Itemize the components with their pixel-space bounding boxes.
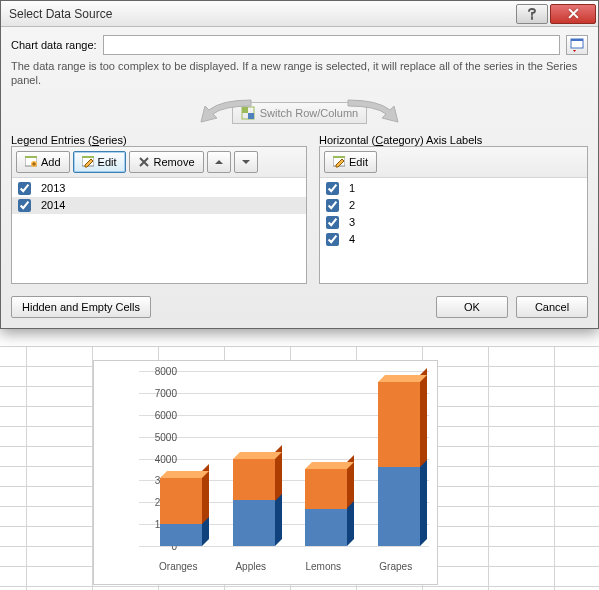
close-button[interactable] <box>550 4 596 24</box>
svg-rect-1 <box>571 39 583 41</box>
y-tick-label: 6000 <box>137 409 177 420</box>
select-data-source-dialog: Select Data Source Chart data range: The… <box>0 0 599 329</box>
category-checkbox[interactable] <box>326 199 339 212</box>
hidden-empty-cells-button[interactable]: Hidden and Empty Cells <box>11 296 151 318</box>
series-item-label: 2014 <box>41 199 65 211</box>
y-tick-label: 4000 <box>137 453 177 464</box>
svg-rect-9 <box>82 156 94 158</box>
svg-rect-11 <box>333 156 345 158</box>
edit-icon <box>333 156 345 168</box>
bar <box>378 382 420 546</box>
category-item[interactable]: 3 <box>320 214 587 231</box>
x-tick-label: Oranges <box>148 561 208 572</box>
dialog-title: Select Data Source <box>9 7 514 21</box>
category-checkbox[interactable] <box>326 182 339 195</box>
category-item[interactable]: 4 <box>320 231 587 248</box>
x-tick-label: Apples <box>221 561 281 572</box>
edit-categories-button[interactable]: Edit <box>324 151 377 173</box>
chart-data-range-label: Chart data range: <box>11 39 97 51</box>
titlebar: Select Data Source <box>1 1 598 27</box>
series-toolbar: Add Edit Remove <box>12 147 306 178</box>
categories-toolbar: Edit <box>320 147 587 178</box>
add-series-icon <box>25 156 37 168</box>
categories-panel: Edit 1234 <box>319 146 588 284</box>
series-checkbox[interactable] <box>18 199 31 212</box>
category-item-label: 3 <box>349 216 355 228</box>
cancel-button[interactable]: Cancel <box>516 296 588 318</box>
svg-rect-6 <box>25 156 37 158</box>
range-picker-button[interactable] <box>566 35 588 55</box>
series-panel: Add Edit Remove <box>11 146 307 284</box>
category-item-label: 1 <box>349 182 355 194</box>
range-hint-text: The data range is too complex to be disp… <box>11 59 588 88</box>
bar <box>305 469 347 546</box>
category-checkbox[interactable] <box>326 233 339 246</box>
chevron-up-icon <box>215 158 223 166</box>
plot-area: 010002000300040005000600070008000Oranges… <box>139 371 429 546</box>
arrow-left-icon <box>191 98 271 128</box>
bar <box>233 459 275 547</box>
series-list[interactable]: 20132014 <box>12 178 306 283</box>
x-tick-label: Grapes <box>366 561 426 572</box>
move-up-button[interactable] <box>207 151 231 173</box>
category-checkbox[interactable] <box>326 216 339 229</box>
chart[interactable]: 010002000300040005000600070008000Oranges… <box>93 360 438 585</box>
edit-icon <box>82 156 94 168</box>
category-item-label: 2 <box>349 199 355 211</box>
category-item-label: 4 <box>349 233 355 245</box>
series-item[interactable]: 2014 <box>12 197 306 214</box>
ok-button[interactable]: OK <box>436 296 508 318</box>
x-tick-label: Lemons <box>293 561 353 572</box>
series-item[interactable]: 2013 <box>12 180 306 197</box>
move-down-button[interactable] <box>234 151 258 173</box>
chart-data-range-input[interactable] <box>103 35 560 55</box>
remove-icon <box>138 156 150 168</box>
y-tick-label: 7000 <box>137 387 177 398</box>
chevron-down-icon <box>242 158 250 166</box>
category-item[interactable]: 2 <box>320 197 587 214</box>
series-checkbox[interactable] <box>18 182 31 195</box>
series-item-label: 2013 <box>41 182 65 194</box>
categories-list[interactable]: 1234 <box>320 178 587 283</box>
y-tick-label: 5000 <box>137 431 177 442</box>
category-item[interactable]: 1 <box>320 180 587 197</box>
remove-series-button[interactable]: Remove <box>129 151 204 173</box>
add-series-button[interactable]: Add <box>16 151 70 173</box>
bar <box>160 478 202 546</box>
help-button[interactable] <box>516 4 548 24</box>
y-tick-label: 8000 <box>137 366 177 377</box>
edit-series-button[interactable]: Edit <box>73 151 126 173</box>
arrow-right-icon <box>328 98 408 128</box>
